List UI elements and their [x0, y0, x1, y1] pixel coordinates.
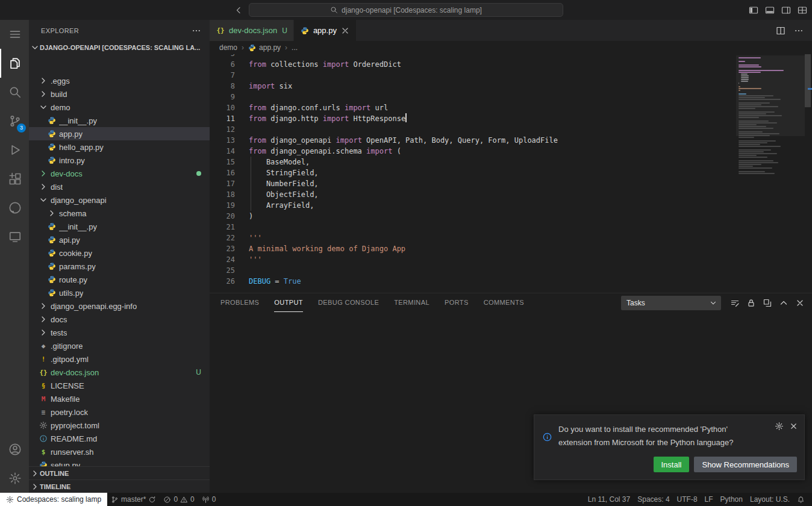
panel-tab-comments[interactable]: COMMENTS	[484, 293, 524, 312]
toggle-panel-icon[interactable]	[765, 5, 775, 15]
customize-layout-icon[interactable]	[798, 5, 807, 15]
notifications-bell[interactable]	[793, 493, 808, 506]
tree-item-docs[interactable]: docs	[29, 313, 210, 326]
tree-item-dev-docs.json[interactable]: {}dev-docs.jsonU	[29, 366, 210, 379]
activity-source-control[interactable]: 3	[0, 107, 29, 136]
timeline-section[interactable]: TIMELINE	[29, 479, 210, 493]
tree-item-hello_app.py[interactable]: hello_app.py	[29, 140, 210, 154]
open-in-editor-icon[interactable]	[763, 298, 772, 308]
activity-run-debug[interactable]	[0, 136, 29, 164]
remote-indicator[interactable]: Codespaces: scaling lamp	[0, 493, 107, 506]
tree-item-README.md[interactable]: README.md	[29, 432, 210, 445]
activity-extensions[interactable]	[0, 164, 29, 193]
tree-item-params.py[interactable]: params.py	[29, 260, 210, 273]
tree-item-intro.py[interactable]: intro.py	[29, 154, 210, 167]
lock-scroll-icon[interactable]	[746, 298, 756, 308]
tree-item-schema[interactable]: schema	[29, 207, 210, 220]
branch-status[interactable]: master*	[107, 493, 160, 506]
tree-item-build[interactable]: build	[29, 87, 210, 101]
code-editor[interactable]: 56from collections import OrderedDict78i…	[210, 54, 812, 293]
editor-scrollbar[interactable]	[805, 54, 811, 107]
code-line: 20)	[210, 211, 734, 222]
tree-item-api.py[interactable]: api.py	[29, 233, 210, 246]
keyboard-layout-status[interactable]: Layout: U.S.	[746, 493, 793, 506]
tree-item-dev-docs[interactable]: dev-docs	[29, 167, 210, 180]
panel-tab-problems[interactable]: PROBLEMS	[220, 293, 259, 312]
maximize-panel-icon[interactable]	[779, 298, 789, 308]
ports-count: 0	[212, 495, 216, 504]
activity-bar-top: 3	[0, 20, 29, 251]
show-recommendations-button[interactable]: Show Recommendations	[694, 457, 797, 472]
tree-item-.eggs[interactable]: .eggs	[29, 74, 210, 87]
tree-item-dist[interactable]: dist	[29, 180, 210, 193]
panel-tab-output[interactable]: OUTPUT	[274, 293, 303, 312]
python-icon	[47, 235, 57, 245]
minimap[interactable]	[739, 55, 802, 293]
activity-search[interactable]	[0, 78, 29, 107]
tree-item-utils.py[interactable]: utils.py	[29, 286, 210, 299]
output-channel-value: Tasks	[626, 299, 709, 307]
notification-close-icon[interactable]	[789, 422, 798, 431]
tree-item-.gitpod.yml[interactable]: !.gitpod.yml	[29, 352, 210, 366]
tree-item-setup.py[interactable]: setup.py	[29, 458, 210, 466]
tree-item-__init__.py[interactable]: __init__.py	[29, 114, 210, 127]
tree-item-Makefile[interactable]: MMakefile	[29, 392, 210, 405]
tab-dev-docs.json[interactable]: {}dev-docs.jsonU	[210, 20, 294, 41]
cursor-position-status[interactable]: Ln 11, Col 37	[584, 493, 634, 506]
tree-item-.gitignore[interactable]: ◆.gitignore	[29, 339, 210, 352]
activity-github[interactable]	[0, 193, 29, 222]
activity-remote-explorer[interactable]	[0, 222, 29, 251]
clear-output-icon[interactable]	[730, 298, 740, 308]
close-icon[interactable]	[340, 26, 350, 36]
split-editor-icon[interactable]	[776, 26, 785, 36]
command-center[interactable]: django-openapi [Codespaces: scaling lamp…	[249, 3, 563, 17]
panel-tab-debug-console[interactable]: DEBUG CONSOLE	[318, 293, 379, 312]
python-icon	[47, 248, 57, 258]
tree-item-django_openapi.egg-info[interactable]: django_openapi.egg-info	[29, 299, 210, 313]
code-line: 9	[210, 92, 734, 102]
tab-app.py[interactable]: app.py	[294, 20, 357, 41]
breadcrumb-item-app.py[interactable]: app.py	[248, 43, 281, 52]
activity-menu[interactable]	[0, 20, 29, 49]
toggle-secondary-sidebar-icon[interactable]	[781, 5, 791, 15]
workspace-root-folder[interactable]: DJANGO-OPENAPI [CODESPACES: SCALING LA..…	[29, 41, 210, 54]
indentation-status[interactable]: Spaces: 4	[634, 493, 673, 506]
problems-status[interactable]: 0 0	[160, 493, 198, 506]
chevron-right-icon	[39, 169, 48, 178]
tree-item-app.py[interactable]: app.py	[29, 127, 210, 140]
tree-item-tests[interactable]: tests	[29, 326, 210, 339]
explorer-actions-icon[interactable]	[192, 26, 201, 36]
tree-item-poetry.lock[interactable]: ≡poetry.lock	[29, 405, 210, 419]
activity-settings[interactable]	[0, 464, 29, 493]
tree-item-route.py[interactable]: route.py	[29, 273, 210, 286]
warnings-count: 0	[190, 495, 195, 504]
tree-item-demo[interactable]: demo	[29, 101, 210, 114]
ports-status[interactable]: 0	[198, 493, 220, 506]
eol-status[interactable]: LF	[701, 493, 717, 506]
back-icon[interactable]	[234, 5, 243, 15]
activity-bar: 3	[0, 20, 29, 493]
tree-item-pyproject.toml[interactable]: pyproject.toml	[29, 419, 210, 432]
toggle-sidebar-icon[interactable]	[749, 5, 758, 15]
encoding-status[interactable]: UTF-8	[673, 493, 701, 506]
language-mode-status[interactable]: Python	[717, 493, 746, 506]
panel-tab-terminal[interactable]: TERMINAL	[394, 293, 429, 312]
scm-badge: 3	[17, 123, 26, 133]
outline-section[interactable]: OUTLINE	[29, 466, 210, 479]
more-actions-icon[interactable]	[794, 26, 804, 36]
output-channel-select[interactable]: Tasks	[621, 296, 721, 310]
activity-explorer[interactable]	[0, 49, 29, 78]
tree-item-LICENSE[interactable]: §LICENSE	[29, 379, 210, 392]
install-button[interactable]: Install	[654, 457, 690, 472]
tree-item-django_openapi[interactable]: django_openapi	[29, 193, 210, 207]
panel-tab-ports[interactable]: PORTS	[445, 293, 469, 312]
breadcrumb-item-...[interactable]: ...	[292, 43, 298, 52]
code-line: 18 ObjectField,	[210, 189, 734, 200]
tree-item-cookie.py[interactable]: cookie.py	[29, 246, 210, 260]
notification-settings-icon[interactable]	[775, 422, 784, 431]
close-panel-icon[interactable]	[795, 298, 805, 308]
breadcrumb-item-demo[interactable]: demo	[219, 43, 237, 52]
tree-item-runserver.sh[interactable]: $runserver.sh	[29, 445, 210, 458]
activity-account[interactable]	[0, 435, 29, 464]
tree-item-__init__.py[interactable]: __init__.py	[29, 220, 210, 233]
